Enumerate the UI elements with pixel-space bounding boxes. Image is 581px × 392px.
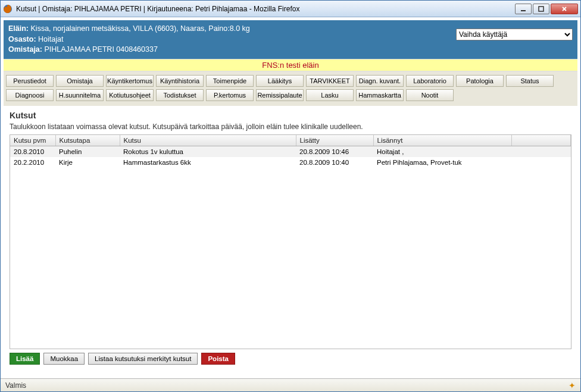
col-kutsutapa[interactable]: Kutsutapa bbox=[55, 135, 120, 146]
firefox-icon bbox=[3, 4, 13, 14]
owner-value: PIHLAJAMAA PETRI 0408460337 bbox=[44, 45, 157, 54]
status-text: Valmis bbox=[5, 381, 26, 390]
table-row[interactable]: 20.2.2010 Kirje Hammastarkastus 6kk 20.8… bbox=[10, 157, 571, 168]
nav-patologia[interactable]: Patologia bbox=[456, 75, 504, 87]
cell-kutsu: Rokotus 1v kuluttua bbox=[120, 146, 296, 157]
nav-kotiutusohjeet[interactable]: Kotiutusohjeet bbox=[106, 89, 154, 101]
svg-rect-1 bbox=[521, 10, 526, 11]
patient-header: Eläin: Kissa, norjalainen metsäkissa, VI… bbox=[4, 20, 577, 59]
nav-laakitys[interactable]: Lääkitys bbox=[256, 75, 304, 87]
dept-label: Osasto: bbox=[8, 35, 36, 43]
user-switch-select[interactable]: Vaihda käyttäjä bbox=[456, 29, 573, 40]
nav-todistukset[interactable]: Todistukset bbox=[156, 89, 204, 101]
cell-tapa: Puhelin bbox=[55, 146, 120, 157]
minimize-button[interactable] bbox=[515, 4, 532, 14]
browser-window: Kutsut | Omistaja: PIHLAJAMAA PETRI | Ki… bbox=[0, 0, 581, 392]
animal-value: Kissa, norjalainen metsäkissa, VILLA (66… bbox=[31, 24, 250, 33]
col-empty[interactable] bbox=[511, 135, 571, 146]
nav-toimenpide[interactable]: Toimenpide bbox=[206, 75, 254, 87]
delete-button[interactable]: Poista bbox=[201, 353, 235, 365]
page-desc: Taulukkoon listataan voimassa olevat kut… bbox=[10, 123, 571, 131]
cell-kutsu: Hammastarkastus 6kk bbox=[120, 157, 296, 168]
nav-hsuunnitelma[interactable]: H.suunnitelma bbox=[56, 89, 104, 101]
cell-pvm: 20.8.2010 bbox=[10, 146, 55, 157]
nav-status[interactable]: Status bbox=[506, 75, 554, 87]
nav-laboratorio[interactable]: Laboratorio bbox=[406, 75, 454, 87]
cell-tapa: Kirje bbox=[55, 157, 120, 168]
page-title: Kutsut bbox=[10, 111, 571, 120]
nav-remissipalaute[interactable]: Remissipalaute bbox=[256, 89, 304, 101]
content-area: Eläin: Kissa, norjalainen metsäkissa, VI… bbox=[2, 18, 579, 377]
col-lisatty[interactable]: Lisätty bbox=[296, 135, 373, 146]
maximize-button[interactable] bbox=[533, 4, 549, 14]
star-icon[interactable]: ✦ bbox=[568, 381, 576, 390]
close-button[interactable] bbox=[551, 4, 578, 14]
col-kutsu[interactable]: Kutsu bbox=[120, 135, 296, 146]
nav-diagnoosi[interactable]: Diagnoosi bbox=[6, 89, 54, 101]
user-switch: Vaihda käyttäjä bbox=[456, 29, 573, 40]
nav-lasku[interactable]: Lasku bbox=[306, 89, 354, 101]
nav-tarvikkeet[interactable]: TARVIKKEET bbox=[306, 75, 354, 87]
edit-button[interactable]: Muokkaa bbox=[43, 353, 85, 365]
col-kutsu-pvm[interactable]: Kutsu pvm bbox=[10, 135, 55, 146]
cell-empty bbox=[511, 146, 571, 157]
add-button[interactable]: Lisää bbox=[10, 353, 40, 365]
nav-pkertomus[interactable]: P.kertomus bbox=[206, 89, 254, 101]
kutsut-table: Kutsu pvm Kutsutapa Kutsu Lisätty Lisänn… bbox=[10, 135, 571, 168]
nav-row-2: Diagnoosi H.suunnitelma Kotiutusohjeet T… bbox=[6, 89, 575, 101]
svg-rect-2 bbox=[539, 7, 543, 11]
main-area: Kutsut Taulukkoon listataan voimassa ole… bbox=[4, 106, 577, 376]
nav-area: Perustiedot Omistaja Käyntikertomus Käyn… bbox=[4, 71, 577, 106]
window-title: Kutsut | Omistaja: PIHLAJAMAA PETRI | Ki… bbox=[16, 5, 515, 13]
table-row[interactable]: 20.8.2010 Puhelin Rokotus 1v kuluttua 20… bbox=[10, 146, 571, 157]
table-header-row: Kutsu pvm Kutsutapa Kutsu Lisätty Lisänn… bbox=[10, 135, 571, 146]
window-controls bbox=[515, 4, 578, 14]
action-row: Lisää Muokkaa Listaa kutsutuksi merkityt… bbox=[10, 349, 571, 371]
nav-perustiedot[interactable]: Perustiedot bbox=[6, 75, 54, 87]
nav-hammaskartta[interactable]: Hammaskartta bbox=[356, 89, 404, 101]
animal-label: Eläin: bbox=[8, 24, 29, 33]
cell-lisannyt: Petri Pihlajamaa, Provet-tuk bbox=[373, 157, 511, 168]
titlebar: Kutsut | Omistaja: PIHLAJAMAA PETRI | Ki… bbox=[1, 1, 580, 17]
dept-value: Hoitajat bbox=[38, 35, 63, 43]
nav-kayntikertomus[interactable]: Käyntikertomus bbox=[106, 75, 154, 87]
cell-lisannyt: Hoitajat , bbox=[373, 146, 511, 157]
nav-nootit[interactable]: Nootit bbox=[406, 89, 454, 101]
cell-lisatty: 20.8.2009 10:40 bbox=[296, 157, 373, 168]
table-container: Kutsu pvm Kutsutapa Kutsu Lisätty Lisänn… bbox=[10, 134, 571, 350]
nav-diagn-kuvant[interactable]: Diagn. kuvant. bbox=[356, 75, 404, 87]
list-marked-button[interactable]: Listaa kutsutuksi merkityt kutsut bbox=[88, 353, 198, 365]
cell-lisatty: 20.8.2009 10:46 bbox=[296, 146, 373, 157]
nav-kayntihistoria[interactable]: Käyntihistoria bbox=[156, 75, 204, 87]
statusbar: Valmis ✦ bbox=[1, 378, 580, 391]
cell-empty bbox=[511, 157, 571, 168]
col-lisannyt[interactable]: Lisännyt bbox=[373, 135, 511, 146]
owner-label: Omistaja: bbox=[8, 45, 42, 54]
warning-banner: FNS:n testi eläin bbox=[4, 59, 577, 71]
nav-omistaja[interactable]: Omistaja bbox=[56, 75, 104, 87]
nav-row-1: Perustiedot Omistaja Käyntikertomus Käyn… bbox=[6, 75, 575, 87]
cell-pvm: 20.2.2010 bbox=[10, 157, 55, 168]
